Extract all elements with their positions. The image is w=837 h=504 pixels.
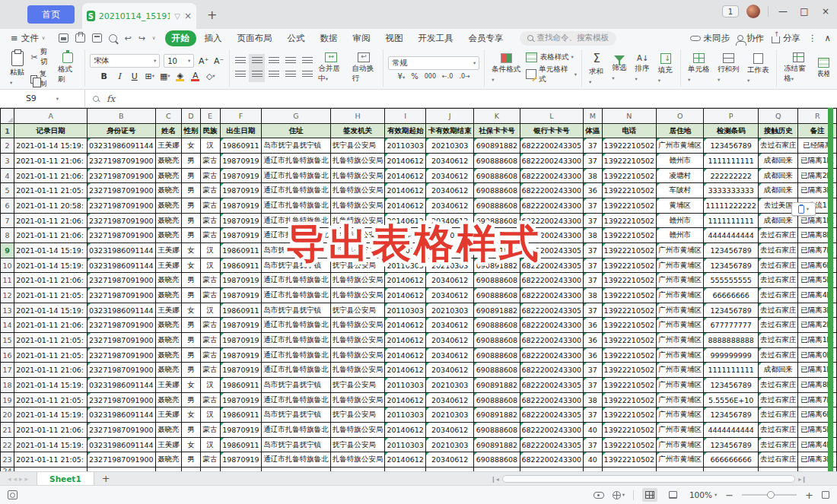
cell[interactable]: 6822200243300: [520, 273, 584, 288]
cell[interactable]: 6822200243305: [520, 138, 584, 154]
font-name-select[interactable]: 宋体▾: [90, 54, 160, 68]
cell[interactable]: 6822200243300: [520, 392, 584, 407]
cell[interactable]: 通辽市扎鲁特旗鲁北: [262, 318, 331, 333]
row-header-2[interactable]: 2: [1, 138, 14, 154]
cell[interactable]: 男: [182, 154, 200, 169]
cell[interactable]: 13922210502: [602, 407, 657, 423]
cell[interactable]: 19870919: [220, 333, 262, 348]
cell[interactable]: 男: [182, 347, 200, 363]
command-search[interactable]: 查找命令、搜索模板: [520, 31, 617, 46]
cell[interactable]: 66666666: [704, 288, 759, 303]
cell[interactable]: 抚宁县公安局: [330, 378, 385, 393]
cell[interactable]: 20140612: [385, 392, 426, 407]
header-cell[interactable]: 社保卡卡号: [474, 123, 520, 138]
cell[interactable]: 19860911: [220, 437, 262, 452]
cell[interactable]: 38: [584, 392, 602, 407]
cell[interactable]: 扎鲁特旗公安局: [330, 273, 385, 288]
cell[interactable]: 123456789: [704, 243, 759, 258]
row-header-16[interactable]: 16: [1, 347, 14, 363]
cell[interactable]: 4444444444: [704, 423, 759, 438]
cell[interactable]: 2021-01-14 15:19:: [14, 303, 88, 318]
cell[interactable]: 赣州市: [657, 228, 704, 243]
worksheet-button[interactable]: 工作表▾: [745, 53, 772, 84]
cell[interactable]: 2021-01-11 21:06:: [14, 423, 88, 438]
cell[interactable]: 2021-01-11 21:06:: [14, 363, 88, 378]
more-menu-icon[interactable]: ⋮: [808, 33, 817, 43]
align-center-button[interactable]: [251, 70, 263, 80]
cell[interactable]: 广州市黄埔区: [657, 363, 704, 378]
cell[interactable]: 690888608: [474, 228, 520, 243]
scroll-right-icon[interactable]: ▸❙: [798, 476, 807, 483]
cell[interactable]: 13922210502: [602, 392, 657, 407]
header-cell[interactable]: 民族: [200, 123, 220, 138]
cell[interactable]: 20210303: [426, 138, 474, 154]
cell[interactable]: 690888608: [474, 423, 520, 438]
cell[interactable]: 蒙古: [200, 423, 220, 438]
row-header-18[interactable]: 18: [1, 378, 14, 393]
cell[interactable]: 13922210502: [602, 228, 657, 243]
cell[interactable]: 20340612: [426, 228, 474, 243]
menu-tab-开始[interactable]: 开始: [165, 30, 196, 46]
column-header-I[interactable]: I: [385, 109, 426, 124]
cell[interactable]: 扎鲁特旗公安局: [330, 452, 385, 468]
cell[interactable]: 19860911: [220, 407, 262, 423]
cell[interactable]: 6822200243300: [520, 228, 584, 243]
cell[interactable]: 女: [182, 138, 200, 154]
cell[interactable]: 13922210502: [602, 303, 657, 318]
cell[interactable]: 广州市黄埔区: [657, 243, 704, 258]
bold-button[interactable]: B: [98, 70, 110, 82]
cell[interactable]: 王美娜: [155, 303, 182, 318]
collapse-ribbon-icon[interactable]: ∧: [825, 33, 831, 43]
menu-tab-插入[interactable]: 插入: [198, 30, 229, 46]
cell[interactable]: 岛市抚宁县抚宁镇: [262, 407, 331, 423]
header-cell[interactable]: 有效期起始: [385, 123, 426, 138]
cell[interactable]: 扎鲁特旗公安局: [330, 168, 385, 183]
header-cell[interactable]: 卡有效期结束: [426, 123, 474, 138]
cell[interactable]: 扎鲁特旗公安局: [330, 213, 385, 228]
cell[interactable]: 男: [182, 333, 200, 348]
row-header-12[interactable]: 12: [1, 288, 14, 303]
eraser-button[interactable]: ◇▾: [205, 70, 216, 82]
cell[interactable]: 通辽市扎鲁特旗鲁北: [262, 183, 331, 198]
cell[interactable]: 去过石家庄: [758, 392, 798, 407]
cell[interactable]: 38: [584, 168, 602, 183]
cell[interactable]: 5.5556E+10: [704, 392, 759, 407]
wrap-text-button[interactable]: 自动换行: [350, 52, 379, 84]
cell[interactable]: 20140612: [385, 423, 426, 438]
cell[interactable]: 蒙古: [200, 363, 220, 378]
cell[interactable]: 19870919: [220, 392, 262, 407]
cell[interactable]: 13922210502: [602, 288, 657, 303]
cell[interactable]: 23271987091900: [88, 273, 156, 288]
cell[interactable]: 20340612: [426, 452, 474, 468]
cell[interactable]: 去过石家庄: [758, 437, 798, 452]
cell[interactable]: 岛市抚宁县抚宁镇: [262, 243, 331, 258]
cell[interactable]: 抚宁县公安局: [330, 407, 385, 423]
italic-button[interactable]: I: [113, 70, 125, 82]
cell[interactable]: 汉: [200, 258, 220, 273]
column-header-O[interactable]: O: [657, 109, 704, 124]
page-view-button[interactable]: [666, 488, 681, 502]
cell[interactable]: 抚宁县公安局: [330, 437, 385, 452]
menu-tab-会员专享[interactable]: 会员专享: [462, 30, 511, 46]
cell[interactable]: 20340612: [426, 333, 474, 348]
cell[interactable]: 去过石家庄: [758, 347, 798, 363]
cell[interactable]: 6822200243300: [520, 318, 584, 333]
cell[interactable]: 999999999: [704, 347, 759, 363]
cut-button[interactable]: ✂剪切: [30, 47, 53, 67]
cell[interactable]: 蒙古: [200, 183, 220, 198]
cell[interactable]: 11111222222: [704, 198, 759, 214]
cell[interactable]: 23271987091900: [88, 198, 156, 214]
cell[interactable]: 19860911: [220, 138, 262, 154]
cell[interactable]: 2021-01-14 15:19:: [14, 437, 88, 452]
cell[interactable]: 6822200243300: [520, 347, 584, 363]
draw-border-button[interactable]: ▦▾: [159, 70, 170, 82]
home-tab[interactable]: 首页: [27, 5, 75, 24]
cell[interactable]: 广州市黄埔区: [657, 318, 704, 333]
cell[interactable]: 汉: [200, 437, 220, 452]
column-header-K[interactable]: K: [474, 109, 520, 124]
cell[interactable]: 6822200243300: [520, 198, 584, 214]
cell[interactable]: 13922210502: [602, 168, 657, 183]
zoom-level[interactable]: 100%▾: [689, 490, 717, 499]
cell[interactable]: 03231986091144: [88, 378, 156, 393]
row-header-9[interactable]: 9: [1, 243, 14, 258]
